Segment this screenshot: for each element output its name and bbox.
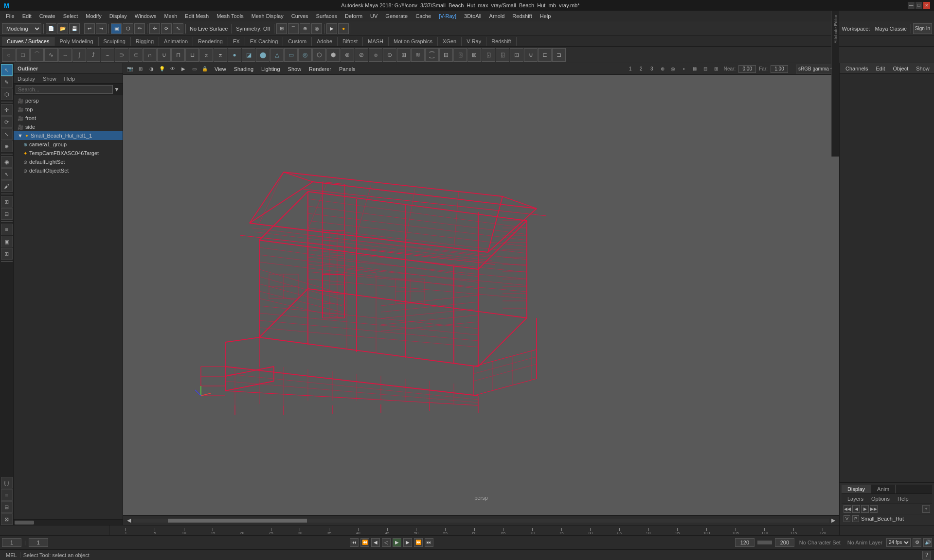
- ipr-button[interactable]: ●: [338, 23, 349, 34]
- vp-icon-playblast[interactable]: ⊕: [658, 65, 667, 73]
- show-button[interactable]: Show: [913, 65, 933, 72]
- vp-icon-render[interactable]: ▶: [179, 65, 188, 73]
- vp-icon-depth[interactable]: ⊟: [700, 65, 710, 73]
- shelf-tab-fx-caching[interactable]: FX Caching: [245, 37, 283, 46]
- outliner-menu-help[interactable]: Help: [60, 75, 79, 83]
- select-tool-icon[interactable]: ↖: [1, 64, 13, 76]
- vp-icon-1[interactable]: 1: [626, 65, 635, 73]
- shelf-tab-adobe[interactable]: Adobe: [312, 37, 338, 46]
- shelf-tab-poly-modeling[interactable]: Poly Modeling: [54, 37, 98, 46]
- shelf-icon-curve13[interactable]: ⌆: [214, 48, 227, 62]
- menu-mesh[interactable]: Mesh: [160, 12, 181, 20]
- shelf-icon-curve6[interactable]: ⊃: [115, 48, 128, 62]
- outliner-search-input[interactable]: [16, 85, 113, 94]
- viewport-scroll-right[interactable]: ▶: [831, 517, 835, 524]
- search-dropdown-btn[interactable]: ▼: [113, 86, 121, 93]
- vp-icon-3[interactable]: 3: [647, 65, 657, 73]
- vp-icon-resolution2[interactable]: ▪: [679, 65, 689, 73]
- new-scene-button[interactable]: 📄: [46, 23, 56, 34]
- shelf-icon-surf1[interactable]: ⬡: [312, 48, 326, 62]
- shelf-tab-xgen[interactable]: XGen: [438, 37, 462, 46]
- menu-cache[interactable]: Cache: [412, 12, 435, 20]
- next-key-button[interactable]: ▶: [403, 538, 412, 547]
- outliner-scrollbar[interactable]: [14, 519, 123, 525]
- shelf-icon-nurbs-plane[interactable]: ▭: [284, 48, 298, 62]
- shelf-icon-curve1[interactable]: ∿: [44, 48, 58, 62]
- scale-icon[interactable]: ⤡: [1, 128, 13, 140]
- shelf-tab-rigging[interactable]: Rigging: [131, 37, 159, 46]
- tool-settings-icon[interactable]: ⊠: [1, 513, 13, 525]
- anim-tab[interactable]: Anim: [871, 485, 896, 493]
- lasso-icon[interactable]: ⬡: [1, 88, 13, 100]
- menu-uv[interactable]: UV: [366, 12, 381, 20]
- outliner-menu-display[interactable]: Display: [14, 75, 39, 83]
- snap-curve-button[interactable]: ⌒: [288, 23, 299, 34]
- menu-redshift[interactable]: Redshift: [508, 12, 536, 20]
- layer-next-btn[interactable]: ▶: [861, 505, 869, 513]
- viewport-menu-panels[interactable]: Panels: [336, 65, 359, 73]
- prev-frame-button[interactable]: ⏪: [360, 538, 369, 547]
- outliner-item-default-object-set[interactable]: ⊙ defaultObjectSet: [14, 166, 123, 175]
- shelf-icon-surf7[interactable]: ⊞: [397, 48, 411, 62]
- play-forward-button[interactable]: ▶: [393, 538, 401, 547]
- shelf-tab-bifrost[interactable]: Bifrost: [338, 37, 363, 46]
- vp-icon-lighting[interactable]: 💡: [157, 65, 167, 73]
- range-start-input[interactable]: [29, 538, 48, 547]
- snap-surface-button[interactable]: ◎: [311, 23, 322, 34]
- shelf-icon-curve11[interactable]: ⊔: [185, 48, 199, 62]
- shelf-icon-surf14[interactable]: ⌹: [496, 48, 509, 62]
- shelf-icon-nurbs-cyl[interactable]: ⬤: [256, 48, 269, 62]
- menu-create[interactable]: Create: [36, 12, 59, 20]
- help-sub-tab[interactable]: Help: [894, 495, 913, 503]
- shelf-icon-nurbs-cone[interactable]: △: [270, 48, 284, 62]
- move-icon[interactable]: ✛: [1, 104, 13, 116]
- shelf-icon-surf10[interactable]: ⊟: [439, 48, 453, 62]
- menu-display[interactable]: Display: [106, 12, 131, 20]
- shelf-tab-sculpting[interactable]: Sculpting: [99, 37, 131, 46]
- shelf-icon-surf15[interactable]: ⊡: [510, 48, 523, 62]
- menu-select[interactable]: Select: [59, 12, 82, 20]
- shelf-icon-surf17[interactable]: ⊏: [538, 48, 552, 62]
- shelf-tab-custom[interactable]: Custom: [283, 37, 312, 46]
- menu-file[interactable]: File: [2, 12, 18, 20]
- outliner-item-camera-group[interactable]: ⊕ camera1_group: [14, 140, 123, 149]
- paint-select-icon[interactable]: ✎: [1, 76, 13, 88]
- snap-point-button[interactable]: ⊕: [300, 23, 310, 34]
- vp-icon-camera[interactable]: 📷: [125, 65, 135, 73]
- rotate-tool-button[interactable]: ⟳: [161, 23, 172, 34]
- shelf-icon-curve5[interactable]: ⌣: [101, 48, 114, 62]
- shelf-icon-curve3[interactable]: ∫: [72, 48, 86, 62]
- soft-select-icon[interactable]: ◉: [1, 156, 13, 168]
- universal-manip-icon[interactable]: ⊕: [1, 140, 13, 152]
- render-setup-icon[interactable]: ▣: [1, 236, 13, 247]
- play-back-button[interactable]: ◁: [382, 538, 391, 547]
- shelf-icon-curve9[interactable]: ∪: [157, 48, 171, 62]
- shelf-tab-mash[interactable]: MASH: [363, 37, 389, 46]
- goto-end-button[interactable]: ⏭: [425, 538, 433, 547]
- shelf-icon-circle[interactable]: ○: [2, 48, 16, 62]
- shelf-icon-surf8[interactable]: ≋: [411, 48, 425, 62]
- channel-box-icon[interactable]: ≡: [1, 489, 13, 501]
- playback-end-input[interactable]: [775, 538, 794, 547]
- outliner-item-persp[interactable]: 🎥 persp: [14, 96, 123, 105]
- fps-select[interactable]: 24 fps 30 fps 60 fps: [886, 538, 911, 547]
- shelf-icon-curve10[interactable]: ⊓: [171, 48, 185, 62]
- show-manip-icon[interactable]: ⊞: [1, 196, 13, 208]
- shelf-icon-surf5[interactable]: ⌾: [369, 48, 382, 62]
- select-tool-button[interactable]: ▣: [111, 23, 122, 34]
- shelf-icon-surf13[interactable]: ⌺: [482, 48, 495, 62]
- options-sub-tab[interactable]: Options: [867, 495, 894, 503]
- sign-in-button[interactable]: Sign In: [913, 23, 932, 34]
- display-tab[interactable]: Display: [842, 485, 871, 493]
- render-button[interactable]: ▶: [326, 23, 337, 34]
- menu-3dtoall[interactable]: 3DtoAll: [460, 12, 485, 20]
- snap-grid-button[interactable]: ⊞: [276, 23, 287, 34]
- menu-arnold[interactable]: Arnold: [485, 12, 509, 20]
- paint-select-button[interactable]: ✏: [134, 23, 145, 34]
- far-clip-input[interactable]: [771, 65, 788, 73]
- layer-first-btn[interactable]: ◀◀: [844, 505, 851, 513]
- sculpt-icon[interactable]: ∿: [1, 168, 13, 180]
- menu-edit-mesh[interactable]: Edit Mesh: [181, 12, 213, 20]
- minimize-button[interactable]: —: [908, 2, 915, 9]
- layers-sub-tab[interactable]: Layers: [844, 495, 867, 503]
